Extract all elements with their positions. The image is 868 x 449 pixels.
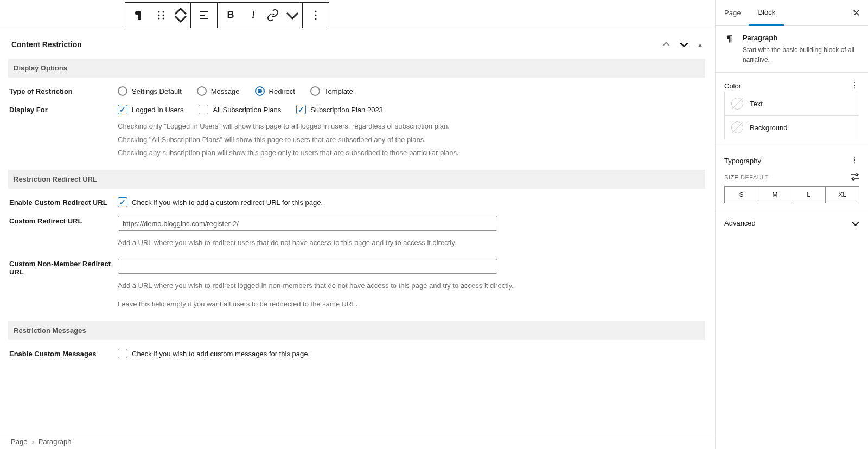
color-options-icon[interactable] (850, 80, 859, 92)
svg-point-0 (158, 11, 160, 12)
swatch-empty-icon (731, 121, 743, 133)
block-toolbar: B I (125, 2, 329, 28)
radio-redirect[interactable]: Redirect (255, 86, 295, 96)
section-redirect: Restriction Redirect URL (8, 170, 705, 189)
collapse-up-icon[interactable]: ▴ (698, 40, 702, 49)
check-all-plans[interactable]: All Subscription Plans (199, 105, 281, 114)
block-name: Paragraph (743, 34, 859, 42)
more-rich-text-button[interactable] (283, 3, 302, 28)
link-button[interactable] (263, 3, 283, 28)
check-logged-in-users[interactable]: Logged In Users (118, 105, 183, 114)
settings-sidebar: Page Block ✕ Paragraph Start with the ba… (715, 0, 868, 449)
size-xl[interactable]: XL (826, 187, 859, 203)
paragraph-block-button[interactable] (125, 3, 151, 28)
input-non-member-url[interactable] (118, 259, 497, 274)
paragraph-icon (724, 34, 735, 47)
display-for-help: Checking only "Logged In Users" will sho… (118, 120, 705, 160)
breadcrumb: Page › Paragraph (0, 434, 715, 449)
breadcrumb-paragraph[interactable]: Paragraph (39, 438, 72, 446)
svg-point-1 (158, 14, 160, 16)
svg-point-15 (856, 174, 858, 176)
label-type-of-restriction: Type of Restriction (9, 86, 118, 96)
label-custom-redirect-url: Custom Redirect URL (9, 216, 118, 250)
label-non-member-redirect: Custom Non-Member Redirect URL (9, 259, 118, 311)
non-member-help: Add a URL where you wish to redirect log… (118, 279, 705, 311)
color-background-button[interactable]: Background (724, 116, 859, 139)
section-display-options: Display Options (8, 59, 705, 78)
chevron-right-icon: › (31, 438, 34, 446)
typography-options-icon[interactable] (850, 155, 859, 166)
svg-point-11 (854, 87, 855, 88)
svg-point-7 (315, 14, 317, 16)
breadcrumb-page[interactable]: Page (11, 438, 27, 446)
svg-point-8 (315, 18, 317, 20)
color-text-button[interactable]: Text (724, 92, 859, 116)
check-enable-messages[interactable]: Check if you wish to add custom messages… (118, 349, 705, 358)
size-m[interactable]: M (758, 187, 792, 203)
italic-button[interactable]: I (244, 3, 263, 28)
radio-settings-default[interactable]: Settings Default (118, 86, 182, 96)
svg-point-13 (854, 159, 855, 161)
toggle-panel-icon[interactable] (680, 40, 688, 49)
block-description: Paragraph Start with the basic building … (716, 26, 868, 73)
svg-point-3 (163, 11, 164, 12)
label-display-for: Display For (9, 105, 118, 160)
drag-handle-icon[interactable] (151, 3, 171, 28)
color-panel: Color Text Background (716, 73, 868, 147)
restriction-type-radios: Settings Default Message Redirect Templa… (118, 86, 705, 96)
advanced-panel-toggle[interactable]: Advanced (716, 211, 868, 235)
label-enable-messages: Enable Custom Messages (9, 349, 118, 358)
typography-title: Typography (724, 157, 761, 165)
typography-panel: Typography SIZE DEFAULT S M L XL (716, 147, 868, 211)
check-plan-2023[interactable]: Subscription Plan 2023 (296, 105, 383, 114)
section-messages: Restriction Messages (8, 321, 705, 340)
check-enable-redirect[interactable]: Check if you wish to add a custom redire… (118, 197, 705, 207)
tab-block[interactable]: Block (749, 0, 784, 26)
display-for-checks: Logged In Users All Subscription Plans S… (118, 105, 705, 114)
color-title: Color (724, 82, 741, 90)
align-button[interactable] (191, 3, 217, 28)
metabox-header: Content Restriction ▴ (8, 30, 705, 59)
size-l[interactable]: L (792, 187, 826, 203)
radio-template[interactable]: Template (310, 86, 353, 96)
redirect-url-help: Add a URL where you wish to redirect use… (118, 236, 705, 250)
svg-point-4 (163, 14, 164, 16)
sliders-icon[interactable] (851, 173, 859, 182)
bold-button[interactable]: B (218, 3, 244, 28)
options-button[interactable] (303, 3, 329, 28)
block-toolbar-row: B I (0, 0, 715, 30)
size-button-group: S M L XL (724, 186, 859, 203)
swatch-empty-icon (731, 98, 743, 110)
move-up-icon[interactable] (662, 40, 670, 49)
svg-point-5 (163, 17, 164, 19)
svg-point-6 (315, 10, 317, 12)
svg-point-12 (854, 157, 855, 158)
svg-point-10 (854, 85, 855, 86)
move-up-down[interactable] (171, 3, 190, 28)
svg-point-2 (158, 17, 160, 19)
svg-point-14 (854, 162, 855, 163)
radio-message[interactable]: Message (197, 86, 240, 96)
tab-page[interactable]: Page (716, 0, 749, 26)
block-desc: Start with the basic building block of a… (743, 45, 859, 65)
size-s[interactable]: S (725, 187, 758, 203)
sidebar-tabs: Page Block ✕ (716, 0, 868, 26)
label-enable-redirect: Enable Custom Redirect URL (9, 197, 118, 207)
close-sidebar-button[interactable]: ✕ (845, 7, 868, 19)
svg-point-9 (854, 82, 855, 83)
chevron-down-icon (852, 221, 859, 226)
input-redirect-url[interactable] (118, 216, 497, 231)
svg-point-16 (852, 178, 854, 180)
metabox-title: Content Restriction (11, 40, 82, 49)
